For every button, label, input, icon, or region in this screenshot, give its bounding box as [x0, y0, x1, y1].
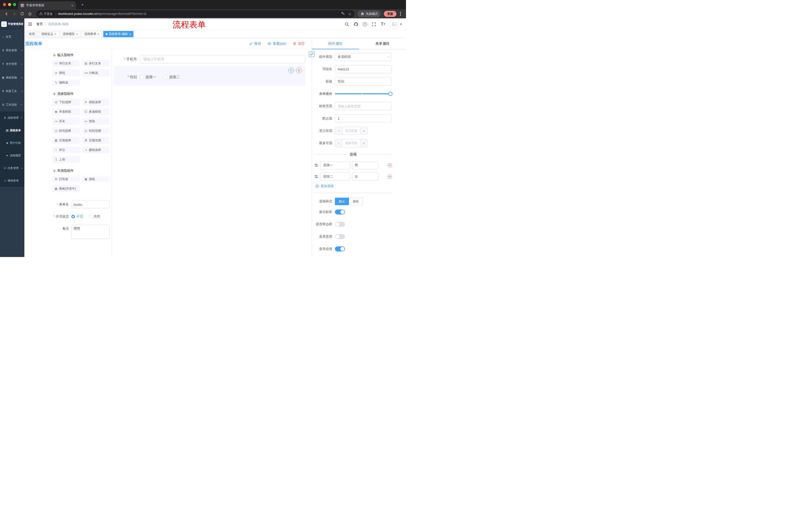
password-key-icon[interactable]	[341, 11, 345, 16]
search-icon[interactable]	[345, 22, 349, 26]
sidebar-item-devtools[interactable]: ⚒ 研发工具	[0, 84, 24, 98]
tag-process-definition[interactable]: 流程定义	[39, 31, 59, 37]
help-icon[interactable]	[363, 22, 367, 26]
minimize-window-button[interactable]	[8, 3, 11, 6]
tag-process-form[interactable]: 流程表单	[82, 31, 102, 37]
drawing-board[interactable]: 手机号 请输入手机号 性别	[112, 49, 312, 257]
form-name-input[interactable]	[71, 201, 110, 208]
slider-handle[interactable]	[388, 92, 393, 96]
palette-item-date-picker[interactable]: ▦日期选择	[52, 137, 80, 144]
sidebar-item-process-form[interactable]: ▤ 流程表单	[0, 124, 24, 137]
back-button[interactable]	[3, 10, 10, 17]
sidebar-item-process-mgmt[interactable]: ≣ 流程管理	[0, 111, 24, 124]
option-value-input[interactable]	[352, 161, 378, 169]
palette-item-rate[interactable]: ☆评分	[52, 146, 80, 154]
github-icon[interactable]	[354, 22, 358, 26]
palette-item-single-text[interactable]: ▭单行文本	[52, 60, 80, 67]
sidebar-logo[interactable]: 芋道管理系统	[0, 18, 24, 30]
checkbox-option-1[interactable]: 选项一	[140, 75, 156, 79]
palette-item-checkbox-group[interactable]: ☑多选框组	[82, 108, 110, 115]
sidebar-item-task-mgmt[interactable]: ☑ 任务管理	[0, 162, 24, 174]
fullscreen-icon[interactable]	[372, 22, 376, 26]
browser-tab[interactable]: 芋道管理系统	[18, 1, 76, 9]
close-tag-icon[interactable]	[97, 32, 99, 36]
checkbox-option-2[interactable]: 选项二	[164, 75, 180, 79]
bookmark-star-icon[interactable]: ☆	[348, 12, 351, 16]
home-button[interactable]	[26, 10, 33, 17]
close-tag-icon[interactable]	[55, 32, 57, 36]
remove-option-icon[interactable]	[388, 163, 392, 167]
style-button-button[interactable]: 按钮	[349, 198, 363, 205]
form-grid-slider[interactable]	[335, 90, 392, 98]
reload-button[interactable]	[19, 10, 25, 17]
palette-item-date-range[interactable]: ⊞日期范围	[82, 137, 110, 144]
tab-form-props[interactable]: 表单属性	[359, 38, 406, 49]
sidebar-item-system[interactable]: ⚙ 系统管理	[0, 44, 24, 57]
browser-menu-icon[interactable]	[400, 13, 401, 14]
palette-item-cascader[interactable]: ⋔级联选择	[82, 99, 110, 106]
drag-handle-icon[interactable]	[314, 174, 318, 179]
option-label-input[interactable]	[320, 172, 350, 181]
decrease-button[interactable]: −	[335, 139, 343, 147]
address-bar[interactable]: 不安全 dashboard.yudao.iocoder.cn/bpm/manag…	[36, 10, 354, 17]
hamburger-icon[interactable]	[27, 21, 33, 27]
increase-button[interactable]: +	[360, 127, 367, 135]
show-label-toggle[interactable]	[335, 210, 345, 215]
palette-item-time-picker[interactable]: ◷时间选择	[52, 127, 80, 134]
delete-component-button[interactable]	[296, 67, 302, 73]
radio-closed[interactable]: 关闭	[88, 214, 100, 219]
decrease-button[interactable]: −	[335, 127, 343, 135]
palette-item-switch[interactable]: ⊶开关	[52, 118, 80, 125]
palette-item-multi-text[interactable]: ▤多行文本	[82, 60, 110, 67]
border-toggle[interactable]	[335, 222, 345, 227]
field-name-input[interactable]	[335, 65, 392, 73]
palette-item-select[interactable]: ◎下拉选择	[52, 99, 80, 106]
security-warning-icon[interactable]	[39, 12, 43, 16]
default-value-input[interactable]	[335, 114, 392, 123]
browser-update-button[interactable]: 更新	[384, 11, 397, 17]
close-tab-icon[interactable]	[71, 4, 74, 7]
breadcrumb-home[interactable]: 首页	[36, 22, 43, 26]
font-size-icon[interactable]	[381, 22, 385, 26]
palette-item-time-range[interactable]: ◴时间范围	[82, 127, 110, 134]
style-default-button[interactable]: 默认	[335, 198, 349, 205]
add-option-button[interactable]: 添加选项	[315, 184, 392, 188]
option-label-input[interactable]	[320, 161, 350, 169]
forward-button[interactable]	[11, 10, 18, 17]
drag-handle-icon[interactable]	[314, 163, 318, 167]
close-window-button[interactable]	[3, 3, 6, 6]
doc-link-button[interactable]	[309, 51, 315, 57]
min-select-placeholder[interactable]: 至少应选	[343, 127, 360, 135]
view-json-button[interactable]: 查看json	[267, 42, 286, 46]
form-remark-textarea[interactable]: 嘿嘿	[71, 225, 110, 239]
component-type-select[interactable]: 多选框组	[335, 53, 392, 61]
palette-item-button[interactable]: ▣按钮	[82, 175, 110, 183]
clear-button[interactable]: 清空	[293, 42, 305, 46]
palette-item-row-container[interactable]: ⊞行容器	[52, 175, 80, 183]
tag-process-model[interactable]: 流程模型	[60, 31, 81, 37]
option-value-input[interactable]	[352, 172, 378, 181]
palette-item-radio-group[interactable]: ◉单选框组	[52, 108, 80, 115]
tab-component-props[interactable]: 组件属性	[312, 38, 359, 49]
radio-open[interactable]: 开启	[71, 214, 83, 219]
increase-button[interactable]: +	[360, 139, 367, 147]
copy-component-button[interactable]	[288, 67, 294, 73]
palette-item-editor[interactable]: ✎编辑器	[52, 79, 80, 86]
tag-home[interactable]: 首页	[26, 31, 37, 37]
user-menu[interactable]	[390, 20, 402, 28]
sidebar-item-leave-query[interactable]: ☺ 请假查询	[0, 174, 24, 187]
close-tag-icon[interactable]	[129, 32, 131, 36]
save-button[interactable]: 保存	[249, 42, 261, 46]
remove-option-icon[interactable]	[388, 174, 392, 179]
palette-item-password[interactable]: ∗密码	[52, 70, 80, 77]
palette-item-table[interactable]: ▦表格[开发中]	[52, 185, 80, 192]
title-input[interactable]	[335, 77, 392, 85]
zoom-window-button[interactable]	[13, 3, 16, 6]
sidebar-item-user-group[interactable]: ☻ 用户分组	[0, 137, 24, 149]
palette-item-slider[interactable]: ⊷滑块	[82, 118, 110, 125]
sidebar-item-payment[interactable]: ¥ 支付管理	[0, 57, 24, 71]
sidebar-item-home[interactable]: ⌂ 首页	[0, 30, 24, 44]
sidebar-item-process-model[interactable]: ➤ 流程模型	[0, 149, 24, 162]
tag-process-form-edit[interactable]: 流程表单-编辑	[103, 31, 134, 37]
palette-item-counter[interactable]: 123计数器	[82, 70, 110, 77]
